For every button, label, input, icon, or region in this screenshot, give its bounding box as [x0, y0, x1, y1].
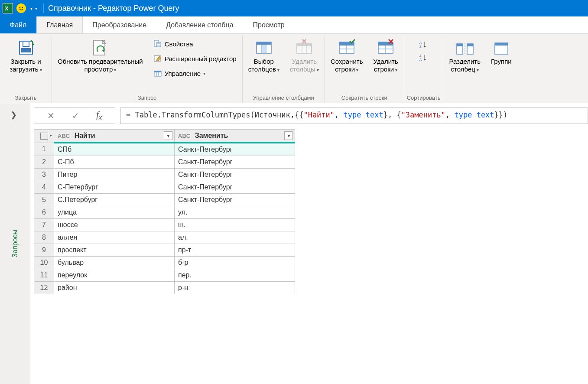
- cell-find[interactable]: С.Петербург: [54, 194, 175, 206]
- group-by-icon: [492, 39, 510, 57]
- row-number[interactable]: 3: [34, 169, 54, 181]
- close-and-load-button[interactable]: Закрыть и загрузить▾: [6, 37, 45, 75]
- cell-replace[interactable]: ул.: [175, 206, 295, 219]
- manage-button[interactable]: Управление ▾: [150, 68, 240, 79]
- column-header-replace[interactable]: AВC Заменить ▾: [175, 130, 295, 143]
- formula-input[interactable]: = Table.TransformColumnTypes(Источник,{{…: [120, 107, 588, 124]
- advanced-editor-button[interactable]: Расширенный редактор: [150, 53, 240, 64]
- cell-replace[interactable]: пер.: [175, 269, 295, 282]
- cell-find[interactable]: С-Петербург: [54, 181, 175, 194]
- row-number[interactable]: 1: [34, 143, 54, 156]
- row-number[interactable]: 2: [34, 156, 54, 169]
- properties-icon: [153, 39, 162, 48]
- row-number[interactable]: 12: [34, 282, 54, 294]
- remove-columns-icon: [295, 39, 313, 57]
- table-row[interactable]: 3ПитерСанкт-Петербург: [34, 169, 295, 181]
- formula-bar: ✕ ✓ fx = Table.TransformColumnTypes(Исто…: [34, 107, 588, 124]
- remove-rows-button[interactable]: Удалить строки▾: [370, 37, 401, 75]
- cell-replace[interactable]: Санкт-Петербург: [175, 194, 295, 206]
- table-row[interactable]: 12районр-н: [34, 282, 295, 294]
- keep-rows-button[interactable]: Сохранить строки▾: [328, 37, 366, 75]
- type-text-icon: AВC: [58, 133, 70, 139]
- sort-asc-icon: AZ: [419, 40, 428, 49]
- cell-find[interactable]: переулок: [54, 269, 175, 282]
- cell-find[interactable]: улица: [54, 206, 175, 219]
- queries-panel-collapsed[interactable]: ❯ Запросы: [0, 103, 30, 384]
- accept-formula-icon[interactable]: ✓: [72, 111, 79, 121]
- cell-replace[interactable]: р-н: [175, 282, 295, 294]
- row-number[interactable]: 10: [34, 257, 54, 269]
- chevron-down-icon: ▾: [395, 68, 397, 72]
- table-row[interactable]: 5С.ПетербургСанкт-Петербург: [34, 194, 295, 206]
- table-row[interactable]: 4С-ПетербургСанкт-Петербург: [34, 181, 295, 194]
- properties-button[interactable]: Свойства: [150, 38, 240, 49]
- cell-find[interactable]: шоссе: [54, 219, 175, 231]
- qat-dropdown-icon[interactable]: ▾: [30, 6, 32, 11]
- svg-rect-47: [457, 44, 463, 46]
- refresh-preview-button[interactable]: Обновить предварительный просмотр▾: [55, 37, 146, 75]
- data-table: ▾ AВC Найти ▾ AВC Заменить ▾ 1СПбСанкт-П…: [34, 129, 295, 294]
- cell-find[interactable]: СПб: [54, 143, 175, 156]
- split-column-button[interactable]: Разделить столбец▾: [446, 37, 484, 75]
- svg-rect-18: [257, 42, 271, 45]
- chevron-down-icon: ▾: [114, 68, 116, 72]
- cell-replace[interactable]: ш.: [175, 219, 295, 231]
- cell-replace[interactable]: Санкт-Петербург: [175, 181, 295, 194]
- cell-replace[interactable]: Санкт-Петербург: [175, 143, 295, 156]
- table-row[interactable]: 7шоссеш.: [34, 219, 295, 231]
- table-corner[interactable]: ▾: [34, 130, 54, 143]
- row-number[interactable]: 6: [34, 206, 54, 219]
- cancel-formula-icon[interactable]: ✕: [47, 111, 55, 121]
- row-number[interactable]: 9: [34, 244, 54, 257]
- tab-view[interactable]: Просмотр: [244, 16, 295, 33]
- cell-find[interactable]: район: [54, 282, 175, 294]
- content-area: ✕ ✓ fx = Table.TransformColumnTypes(Исто…: [30, 103, 588, 384]
- titlebar: X ▾ ▾ Справочник - Редактор Power Query: [0, 0, 588, 16]
- group-label-rows: Сократить строки: [328, 93, 401, 102]
- tab-home[interactable]: Главная: [36, 16, 83, 33]
- table-row[interactable]: 2С-ПбСанкт-Петербург: [34, 156, 295, 169]
- split-column-label: Разделить столбец: [449, 58, 481, 73]
- table-row[interactable]: 11переулокпер.: [34, 269, 295, 282]
- manage-icon: [153, 69, 162, 78]
- table-row[interactable]: 6улицаул.: [34, 206, 295, 219]
- choose-columns-button[interactable]: Выбор столбцов▾: [245, 37, 283, 75]
- column-filter-icon[interactable]: ▾: [284, 131, 293, 140]
- chevron-down-icon: ▾: [356, 68, 358, 72]
- group-by-button[interactable]: Группи: [488, 37, 515, 67]
- row-number[interactable]: 11: [34, 269, 54, 282]
- cell-find[interactable]: аллея: [54, 231, 175, 244]
- cell-replace[interactable]: б-р: [175, 257, 295, 269]
- tab-add-column[interactable]: Добавление столбца: [156, 16, 243, 33]
- sort-asc-button[interactable]: AZ: [416, 39, 431, 50]
- smiley-icon[interactable]: [16, 3, 26, 13]
- chevron-down-icon: ▾: [477, 68, 479, 72]
- cell-replace[interactable]: Санкт-Петербург: [175, 156, 295, 169]
- column-header-find[interactable]: AВC Найти ▾: [54, 130, 175, 143]
- tab-transform[interactable]: Преобразование: [83, 16, 156, 33]
- qat-customize-icon[interactable]: ▾: [35, 6, 37, 11]
- row-number[interactable]: 5: [34, 194, 54, 206]
- svg-rect-9: [156, 42, 161, 47]
- remove-columns-button[interactable]: Удалить столбцы▾: [287, 37, 322, 75]
- table-row[interactable]: 9проспектпр-т: [34, 244, 295, 257]
- row-number[interactable]: 7: [34, 219, 54, 231]
- cell-replace[interactable]: Санкт-Петербург: [175, 169, 295, 181]
- fx-icon[interactable]: fx: [96, 110, 102, 122]
- sort-desc-button[interactable]: ZA: [416, 52, 431, 63]
- cell-find[interactable]: бульвар: [54, 257, 175, 269]
- table-row[interactable]: 1СПбСанкт-Петербург: [34, 143, 295, 156]
- row-number[interactable]: 4: [34, 181, 54, 194]
- table-row[interactable]: 10бульварб-р: [34, 257, 295, 269]
- row-number[interactable]: 8: [34, 231, 54, 244]
- tab-file[interactable]: Файл: [0, 16, 36, 33]
- cell-replace[interactable]: ал.: [175, 231, 295, 244]
- cell-replace[interactable]: пр-т: [175, 244, 295, 257]
- properties-label: Свойства: [165, 40, 193, 48]
- cell-find[interactable]: проспект: [54, 244, 175, 257]
- chevron-down-icon: ▾: [40, 68, 42, 72]
- cell-find[interactable]: Питер: [54, 169, 175, 181]
- column-filter-icon[interactable]: ▾: [164, 131, 172, 140]
- table-row[interactable]: 8аллеяал.: [34, 231, 295, 244]
- cell-find[interactable]: С-Пб: [54, 156, 175, 169]
